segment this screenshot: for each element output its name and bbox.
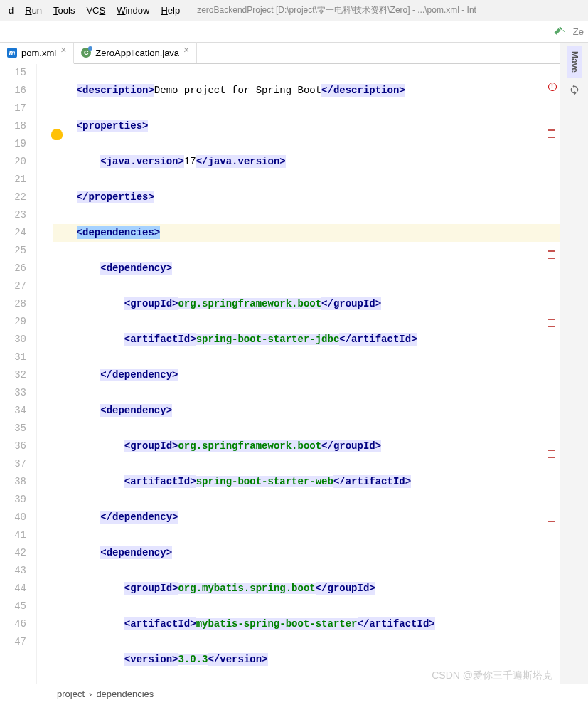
- warn-marker[interactable]: [548, 326, 555, 327]
- menu-help[interactable]: Help: [155, 5, 186, 16]
- menu-tools[interactable]: Tools: [48, 5, 80, 16]
- window-title: zeroBackendProject [D:\project\零一电科\技术资料…: [197, 4, 585, 16]
- config-icon[interactable]: Ze: [573, 26, 584, 37]
- refresh-icon[interactable]: [569, 84, 580, 95]
- close-icon[interactable]: ×: [60, 44, 66, 62]
- menu-window[interactable]: Window: [111, 5, 155, 16]
- crumb-project[interactable]: project: [57, 689, 85, 699]
- fold-gutter: [37, 64, 50, 684]
- build-icon[interactable]: [553, 26, 566, 38]
- menu-build[interactable]: d: [3, 5, 19, 16]
- tab-label: ZeroApplication.java: [95, 48, 179, 58]
- warn-marker[interactable]: [548, 129, 555, 131]
- tab-label: pom.xml: [21, 48, 56, 58]
- tab-pom[interactable]: m pom.xml ×: [0, 43, 74, 64]
- crumb-deps[interactable]: dependencies: [96, 689, 154, 699]
- breadcrumb: project › dependencies: [0, 684, 588, 704]
- warn-marker[interactable]: [548, 521, 555, 522]
- menu-vcs[interactable]: VCS: [80, 5, 111, 16]
- error-marker[interactable]: [548, 83, 557, 91]
- watermark: CSDN @爱你三千遍斯塔克: [432, 669, 552, 682]
- menu-run[interactable]: Run: [19, 5, 48, 16]
- class-icon: C: [81, 48, 91, 58]
- menu-bar: d Run Tools VCS Window Help zeroBackendP…: [0, 0, 588, 21]
- close-icon[interactable]: ×: [183, 44, 189, 62]
- warn-marker[interactable]: [548, 137, 555, 138]
- editor-tabs: m pom.xml × C ZeroApplication.java ×: [0, 43, 588, 64]
- tab-zeroapp[interactable]: C ZeroApplication.java ×: [74, 42, 197, 63]
- warn-marker[interactable]: [548, 258, 555, 259]
- maven-icon: m: [7, 48, 17, 58]
- gutter: 1516171819202122232425262728293031323334…: [0, 64, 37, 684]
- intention-bulb-icon[interactable]: [51, 129, 63, 140]
- right-toolwindow: Mave: [560, 43, 588, 684]
- crumb-sep: ›: [89, 689, 92, 699]
- toolbar: Ze: [0, 21, 588, 43]
- warn-marker[interactable]: [548, 450, 555, 451]
- warn-marker[interactable]: [548, 250, 555, 252]
- maven-toolwindow[interactable]: Mave: [567, 46, 582, 78]
- warn-marker[interactable]: [548, 319, 555, 320]
- warn-marker[interactable]: [548, 457, 555, 458]
- editor[interactable]: 1516171819202122232425262728293031323334…: [0, 64, 588, 684]
- code-area[interactable]: <description>Demo project for Spring Boo…: [50, 64, 588, 684]
